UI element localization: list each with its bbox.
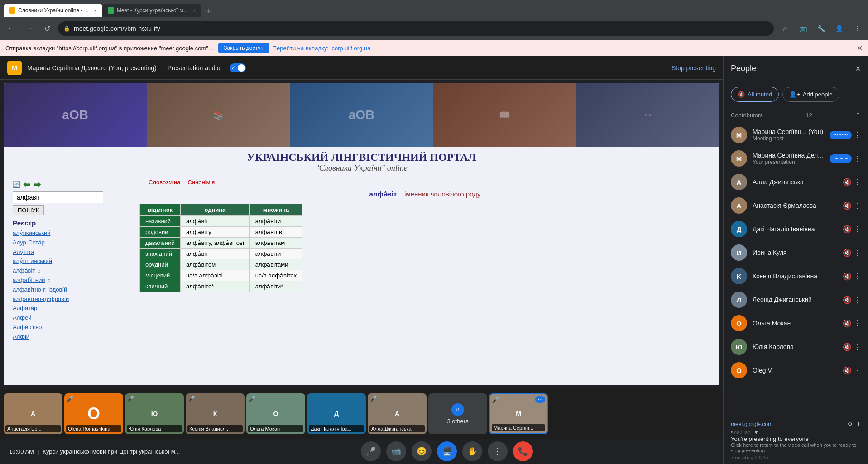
registry-item-5[interactable]: алфа́віт с (13, 266, 130, 276)
participant-item-alla[interactable]: А Алла Джиганська 🔇 ⋮ (724, 170, 868, 194)
emoji-button[interactable]: 😊 (412, 441, 432, 461)
participant-item-yulia[interactable]: Ю Юлія Карлова 🔇 ⋮ (724, 335, 868, 359)
participant-tile-4[interactable]: К 🎤 Ксенія Владисл... (186, 393, 245, 434)
participant-item-marina-pres[interactable]: М Марина Сергіївна Дел... Your presentat… (724, 147, 868, 170)
goto-tab-link[interactable]: Перейти на вкладку: lcorp.ulif.org.ua (273, 45, 371, 52)
p-more-irina[interactable]: ⋮ (854, 249, 861, 257)
p-speaking-btn-marina[interactable]: 〜〜〜 (830, 131, 852, 139)
end-call-button[interactable]: 📞 (513, 441, 533, 461)
participant-item-oleg[interactable]: О Oleg V. 🔇 ⋮ (724, 359, 868, 382)
p-more-daki[interactable]: ⋮ (854, 225, 861, 234)
participant-item-irina[interactable]: И Ирина Куля 🔇 ⋮ (724, 241, 868, 264)
stop-presenting-button[interactable]: Stop presenting (671, 64, 716, 72)
address-bar[interactable]: 🔒 meet.google.com/vbm-nsxu-ify (58, 21, 774, 36)
p-mute-olga[interactable]: 🔇 (843, 319, 852, 328)
p-info-yulia: Юлія Карлова (753, 343, 837, 350)
participant-item-daki[interactable]: Д Дакі Наталія Іванівна 🔇 ⋮ (724, 217, 868, 241)
p-name-leonid: Леонід Джиганський (753, 296, 837, 303)
close-access-button[interactable]: Закрыть доступ (218, 43, 269, 53)
cast-button[interactable]: 📺 (796, 21, 810, 36)
forward-button[interactable]: → (22, 21, 36, 36)
registry-item-2[interactable]: Алур-Сетáр (13, 238, 130, 248)
meeting-name: Курси української мови при Центрі україн… (43, 448, 180, 455)
p-mute-ksenia[interactable]: 🔇 (843, 272, 852, 281)
col-form: відмінок (140, 204, 181, 216)
participant-item-olga[interactable]: О Ольга Мокан 🔇 ⋮ (724, 311, 868, 335)
reload-button[interactable]: ↺ (40, 21, 54, 36)
search-input[interactable] (13, 191, 103, 203)
p-mute-yulia[interactable]: 🔇 (843, 343, 852, 351)
more-options-btn[interactable]: ⋮ (488, 441, 508, 461)
p-more-olga[interactable]: ⋮ (854, 319, 861, 328)
p-mute-leonid[interactable]: 🔇 (843, 296, 852, 304)
p-more-anastasia[interactable]: ⋮ (854, 201, 861, 210)
collapse-contributors-button[interactable]: ⌃ (855, 111, 861, 120)
p-mute-oleg[interactable]: 🔇 (843, 366, 852, 375)
close-panel-button[interactable]: × (855, 63, 861, 74)
participant-tile-2[interactable]: O 🎤 Olena Romashkina (64, 393, 123, 434)
p-more-marina-host[interactable]: ⋮ (854, 131, 861, 139)
registry-item-4[interactable]: алу́штинський (13, 257, 130, 266)
mic-button[interactable]: 🎤 (361, 441, 381, 461)
extensions-button[interactable]: 🔧 (814, 21, 828, 36)
registry-item-7[interactable]: алфавiтно-гнiздовíй (13, 285, 130, 295)
p-more-ksenia[interactable]: ⋮ (854, 272, 861, 281)
synonymia-link[interactable]: Синонімія (187, 179, 215, 186)
search-button[interactable]: ПОШУК (13, 205, 44, 215)
p-speaking-btn-marina-pres[interactable]: 〜〜〜 (830, 154, 852, 163)
p-mute-daki[interactable]: 🔇 (843, 225, 852, 234)
participant-tile-7[interactable]: А 🎤 Алла Джиганська (368, 393, 427, 434)
chat-down-icon: ▼ (753, 429, 759, 435)
tab-1-close[interactable]: × (94, 8, 97, 13)
registry-item-12[interactable]: Алфiй (13, 332, 130, 342)
bookmark-button[interactable]: ☆ (777, 21, 792, 36)
camera-button[interactable]: 📹 (386, 441, 406, 461)
participant-item-marina-host[interactable]: М Марина Сергіївн... (You) Meeting host … (724, 123, 868, 147)
all-muted-button[interactable]: 🔇 All muted (731, 87, 779, 102)
back-button[interactable]: ← (4, 21, 18, 36)
p-more-marina-pres[interactable]: ⋮ (854, 154, 861, 163)
chat-expand-icon[interactable]: ⬆ (856, 421, 861, 427)
new-tab-button[interactable]: + (203, 5, 215, 17)
p-more-leonid[interactable]: ⋮ (854, 296, 861, 304)
more-participants-tile[interactable]: 0 3 others (428, 393, 487, 434)
participant-item-ksenia[interactable]: K Ксенія Владиславівна 🔇 ⋮ (724, 264, 868, 288)
p-more-oleg[interactable]: ⋮ (854, 366, 861, 375)
p-mute-alla[interactable]: 🔇 (843, 178, 852, 187)
profile-button[interactable]: 👤 (832, 21, 846, 36)
registry-item-11[interactable]: Алфéр'єво (13, 323, 130, 332)
present-button[interactable]: 🖥️ (437, 441, 457, 461)
slovozmina-link[interactable]: Словозміна (149, 179, 180, 186)
p-more-alla[interactable]: ⋮ (854, 178, 861, 187)
participant-item-anastasia[interactable]: А Анастасія Єрмалаєва 🔇 ⋮ (724, 194, 868, 217)
participant-tile-5[interactable]: О 🎤 Ольга Мокан (246, 393, 305, 434)
add-people-button[interactable]: 👤+ Add people (782, 87, 839, 102)
tab-2-close[interactable]: × (193, 8, 196, 13)
p-avatar-marina-pres: М (731, 150, 747, 167)
p-mute-irina[interactable]: 🔇 (843, 249, 852, 257)
notification-close-icon[interactable]: ✕ (857, 44, 863, 53)
toggle-knob (238, 64, 245, 72)
participant-tile-3[interactable]: Ю 🎤 Юлія Карлова (125, 393, 184, 434)
registry-item-9[interactable]: Алфатáр (13, 304, 130, 313)
tab-2[interactable]: Meet - Курси української м... × (102, 4, 201, 17)
participant-tile-1[interactable]: А Анастасія Ер... (4, 393, 62, 434)
tab-1[interactable]: Словники України online - ... × (4, 4, 102, 17)
raise-hand-button[interactable]: ✋ (462, 441, 482, 461)
registry-item-10[interactable]: Алфéй (13, 313, 130, 323)
p-more-yulia[interactable]: ⋮ (854, 343, 861, 351)
registry-item-6[interactable]: алфабíтний с (13, 276, 130, 285)
p-name-alla: Алла Джиганська (753, 178, 837, 186)
p-avatar-oleg: О (731, 362, 747, 378)
registry-item-1[interactable]: алу́пкинський (13, 229, 130, 238)
p-mute-anastasia[interactable]: 🔇 (843, 201, 852, 210)
more-options-button[interactable]: ⋮ (850, 21, 864, 36)
participant-item-leonid[interactable]: Л Леонід Джиганський 🔇 ⋮ (724, 288, 868, 311)
active-more-icon[interactable]: ⋯ (535, 396, 545, 403)
registry-item-8[interactable]: алфавiтно-цифровiй (13, 295, 130, 304)
chat-settings-icon[interactable]: ⚙ (848, 421, 853, 427)
presentation-audio-toggle[interactable]: ✓ (230, 63, 246, 72)
registry-item-3[interactable]: Алу́шта (13, 248, 130, 257)
participant-tile-active[interactable]: М ⋯ 🎤 Марина Сергіїн... (489, 393, 548, 434)
participant-tile-6[interactable]: Д Дакі Наталія Іва... (307, 393, 366, 434)
